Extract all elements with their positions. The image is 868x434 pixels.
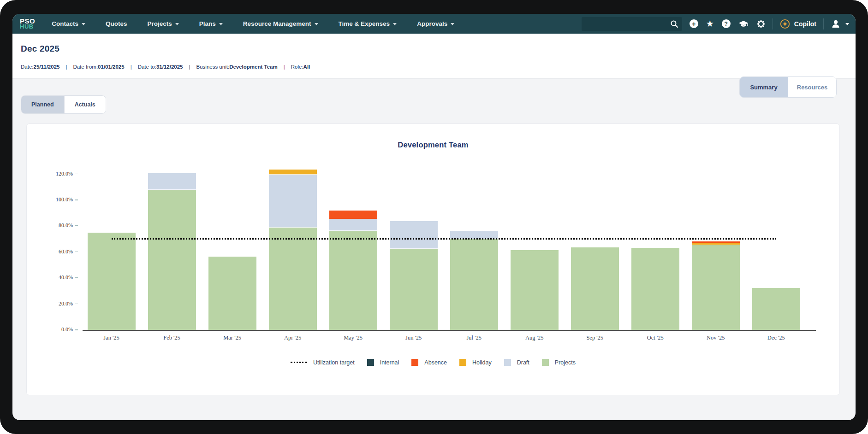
x-axis-label: Sep '25 bbox=[567, 334, 623, 341]
bar-segment-projects[interactable] bbox=[148, 190, 196, 330]
filter-summary-row: Date:25/11/2025 | Date from:01/01/2025 |… bbox=[21, 64, 310, 70]
global-search-input[interactable] bbox=[582, 20, 670, 27]
x-axis-label: Mar '25 bbox=[205, 334, 260, 341]
y-axis-tick-mark bbox=[75, 174, 78, 175]
nav-item-time-expenses[interactable]: Time & Expenses bbox=[339, 20, 397, 27]
x-axis-label: Aug '25 bbox=[507, 334, 562, 341]
nav-item-contacts[interactable]: Contacts bbox=[52, 20, 85, 27]
bar-segment-draft[interactable] bbox=[269, 175, 317, 228]
legend-label: Holiday bbox=[472, 359, 492, 366]
filter-date: Date:25/11/2025 bbox=[21, 64, 59, 70]
x-axis-label: Jan '25 bbox=[84, 334, 139, 341]
filter-separator-accent: | bbox=[284, 64, 285, 70]
nav-label: Resource Management bbox=[243, 20, 311, 27]
filter-role: Role:All bbox=[291, 64, 310, 70]
bar-segment-draft[interactable] bbox=[329, 219, 377, 231]
nav-right-cluster: + ★ ? Copilot bbox=[582, 14, 849, 34]
add-icon[interactable]: + bbox=[690, 19, 698, 28]
y-axis-tick-mark bbox=[75, 225, 78, 226]
bar-segment-draft[interactable] bbox=[390, 221, 438, 249]
legend-color-swatch bbox=[459, 359, 466, 366]
chevron-down-icon bbox=[845, 23, 849, 25]
x-axis-label: Dec '25 bbox=[749, 334, 804, 341]
legend-item-holiday[interactable]: Holiday bbox=[459, 359, 492, 366]
tab-planned[interactable]: Planned bbox=[21, 96, 64, 113]
legend-item-internal[interactable]: Internal bbox=[367, 359, 399, 366]
y-axis-tick-mark bbox=[75, 199, 78, 200]
legend-item-absence[interactable]: Absence bbox=[411, 359, 447, 366]
nav-icons: + ★ ? bbox=[690, 19, 766, 29]
bar-segment-draft[interactable] bbox=[148, 173, 196, 190]
copilot-button[interactable]: Copilot bbox=[780, 19, 816, 29]
bar-segment-projects[interactable] bbox=[269, 228, 317, 330]
bar-segment-holiday[interactable] bbox=[692, 243, 740, 245]
nav-item-plans[interactable]: Plans bbox=[199, 20, 223, 27]
bar-segment-absence[interactable] bbox=[329, 211, 377, 219]
filter-date-to: Date to:31/12/2025 bbox=[138, 64, 183, 70]
bar-segment-absence[interactable] bbox=[692, 241, 740, 243]
nav-item-quotes[interactable]: Quotes bbox=[106, 20, 127, 27]
legend-label: Absence bbox=[424, 359, 447, 366]
nav-item-resource-management[interactable]: Resource Management bbox=[243, 20, 318, 27]
legend-color-swatch bbox=[367, 359, 374, 366]
legend-label: Internal bbox=[380, 359, 399, 366]
settings-icon[interactable] bbox=[756, 19, 766, 29]
legend-color-swatch bbox=[504, 359, 511, 366]
utilization-chart: 0.0%20.0%40.0%60.0%80.0%100.0%120.0%Jan … bbox=[27, 124, 839, 395]
x-axis-label: Jul '25 bbox=[446, 334, 502, 341]
bar-segment-projects[interactable] bbox=[450, 239, 498, 330]
psohub-logo[interactable]: PSO HUB bbox=[20, 18, 35, 30]
x-axis-label: Oct '25 bbox=[628, 334, 683, 341]
bar-segment-projects[interactable] bbox=[390, 249, 438, 330]
legend-item-utilization-target[interactable]: Utilization target bbox=[291, 359, 355, 366]
toggle-summary-button[interactable]: Summary bbox=[740, 77, 788, 97]
academy-icon[interactable] bbox=[738, 20, 749, 28]
bar-segment-holiday[interactable] bbox=[269, 170, 317, 175]
search-icon[interactable] bbox=[670, 20, 678, 28]
bar-segment-projects[interactable] bbox=[631, 248, 679, 330]
help-icon[interactable]: ? bbox=[722, 19, 731, 28]
nav-label: Plans bbox=[199, 20, 216, 27]
y-axis-tick-label: 40.0% bbox=[41, 274, 73, 281]
bar-segment-projects[interactable] bbox=[571, 247, 619, 330]
user-menu[interactable] bbox=[831, 19, 849, 29]
bar-segment-projects[interactable] bbox=[208, 257, 256, 330]
copilot-sparkle-icon bbox=[780, 19, 790, 29]
nav-divider bbox=[773, 18, 773, 29]
y-axis-tick-mark bbox=[75, 252, 78, 252]
screenshot-stage: PSO HUB Contacts Quotes Projects Plans bbox=[0, 0, 868, 434]
nav-label: Time & Expenses bbox=[339, 20, 390, 27]
planned-actuals-toggle: Planned Actuals bbox=[21, 95, 106, 114]
legend-item-draft[interactable]: Draft bbox=[504, 359, 529, 366]
y-axis-tick-mark bbox=[75, 304, 78, 305]
page-header: Dec 2025 Date:25/11/2025 | Date from:01/… bbox=[12, 34, 856, 79]
x-axis-label: Apr '25 bbox=[265, 334, 321, 341]
bar-segment-projects[interactable] bbox=[511, 250, 559, 330]
nav-label: Contacts bbox=[52, 20, 78, 27]
bar-segment-projects[interactable] bbox=[752, 288, 800, 330]
legend-color-swatch bbox=[542, 359, 549, 366]
bar-segment-projects[interactable] bbox=[329, 231, 377, 330]
nav-item-projects[interactable]: Projects bbox=[147, 20, 178, 27]
tab-actuals[interactable]: Actuals bbox=[64, 96, 106, 113]
utilization-chart-card: Development Team 0.0%20.0%40.0%60.0%80.0… bbox=[26, 123, 840, 395]
legend-label: Draft bbox=[517, 359, 529, 366]
y-axis-tick-label: 20.0% bbox=[41, 300, 73, 307]
bar-segment-projects[interactable] bbox=[692, 245, 740, 330]
logo-line2: HUB bbox=[20, 24, 35, 29]
global-search[interactable] bbox=[582, 17, 682, 31]
star-icon[interactable]: ★ bbox=[706, 19, 714, 28]
filter-separator: | bbox=[65, 64, 67, 70]
y-axis-tick-label: 100.0% bbox=[41, 196, 73, 203]
toggle-resources-button[interactable]: Resources bbox=[788, 77, 836, 97]
bar-segment-projects[interactable] bbox=[88, 233, 136, 330]
page-title: Dec 2025 bbox=[21, 44, 59, 54]
legend-item-projects[interactable]: Projects bbox=[542, 359, 576, 366]
nav-item-approvals[interactable]: Approvals bbox=[417, 20, 454, 27]
utilization-target-line bbox=[112, 238, 776, 240]
nav-label: Approvals bbox=[417, 20, 447, 27]
chevron-down-icon bbox=[175, 23, 179, 25]
chevron-down-icon bbox=[393, 23, 397, 25]
x-axis-label: Jun '25 bbox=[386, 334, 441, 341]
x-axis-label: Nov '25 bbox=[688, 334, 743, 341]
